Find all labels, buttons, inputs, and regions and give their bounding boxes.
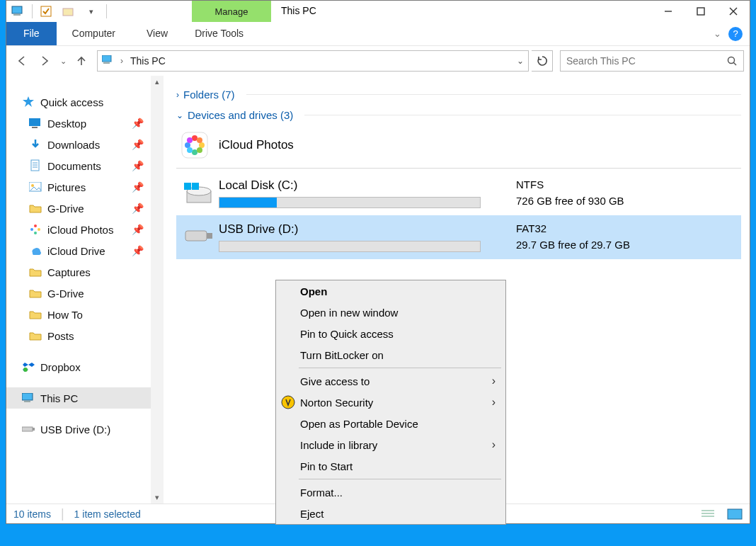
svg-rect-44 [192,183,199,190]
sidebar-item-pictures[interactable]: Pictures📌 [6,176,164,198]
svg-point-40 [187,137,193,143]
folder-icon [29,329,42,342]
sidebar-quick-access[interactable]: Quick access [6,91,164,113]
sidebar-item-label: iCloud Photos [47,224,113,236]
svg-point-25 [30,228,33,231]
icloud-drive-icon [29,244,42,257]
sidebar-item-documents[interactable]: Documents📌 [6,155,164,176]
forward-button[interactable] [35,50,55,72]
svg-point-39 [187,147,193,153]
sidebar-item-captures[interactable]: Captures [6,261,164,283]
tiles-view-icon[interactable] [727,508,743,520]
address-bar[interactable]: › This PC ⌄ [97,50,529,72]
group-folders[interactable]: › Folders (7) [176,84,741,105]
sidebar-item-icloud-drive[interactable]: iCloud Drive📌 [6,240,164,261]
ctx-open-new-window[interactable]: Open in new window [276,302,505,323]
ctx-eject[interactable]: Eject [276,503,505,524]
search-box[interactable] [560,50,744,72]
ctx-pin-quick-access[interactable]: Pin to Quick access [276,323,505,344]
ctx-pin-start[interactable]: Pin to Start [276,455,505,477]
sidebar-item-icloud-photos[interactable]: iCloud Photos📌 [6,219,164,240]
window-title: This PC [271,1,326,22]
svg-point-38 [197,147,202,153]
details-view-icon[interactable] [700,508,716,520]
ribbon-expand-icon[interactable]: ⌄ [714,28,721,39]
sidebar-item-gdrive-2[interactable]: G-Drive [6,283,164,304]
drive-name: Local Disk (C:) [219,178,516,193]
pin-icon: 📌 [132,245,144,256]
ctx-open[interactable]: Open [276,280,505,302]
ribbon-context-tab[interactable]: Manage [192,1,271,22]
svg-point-33 [192,135,197,141]
tab-view[interactable]: View [131,22,183,45]
pin-icon: 📌 [132,118,144,129]
sidebar-item-label: G-Drive [47,203,84,215]
svg-point-24 [34,232,37,234]
drive-filesystem: NTFS [516,178,624,190]
sidebar-item-label: USB Drive (D:) [40,423,110,436]
pc-icon[interactable] [9,2,28,21]
sidebar-this-pc[interactable]: This PC [6,387,164,409]
qat-dropdown-icon[interactable]: ▾ [82,2,101,21]
scroll-down-icon[interactable]: ▾ [154,491,161,504]
search-icon[interactable] [727,56,738,67]
chevron-right-icon: › [492,396,496,409]
recent-dropdown-icon[interactable]: ⌄ [57,50,69,72]
new-folder-icon[interactable] [59,2,78,21]
svg-rect-43 [184,183,191,190]
ctx-bitlocker[interactable]: Turn BitLocker on [276,344,505,365]
back-button[interactable] [12,50,32,72]
search-input[interactable] [566,55,727,67]
status-selected-count: 1 item selected [74,508,141,520]
help-icon[interactable]: ? [728,27,743,41]
up-button[interactable] [71,50,91,72]
item-icloud-photos[interactable]: iCloud Photos [176,125,741,165]
tab-file[interactable]: File [6,22,57,45]
quick-access-toolbar: ▾ [6,1,107,22]
address-dropdown-icon[interactable]: ⌄ [517,56,524,66]
close-button[interactable] [717,1,750,22]
sidebar-dropbox[interactable]: Dropbox [6,356,164,377]
maximize-button[interactable] [685,1,717,22]
sidebar-item-posts[interactable]: Posts [6,325,164,346]
ctx-label: Give access to [300,375,370,387]
properties-icon[interactable] [37,2,55,21]
sidebar-item-howto[interactable]: How To [6,304,164,325]
ctx-include-library[interactable]: Include in library› [276,434,505,455]
svg-rect-13 [29,118,40,126]
chevron-right-icon[interactable]: › [120,56,123,66]
svg-point-37 [197,137,202,143]
ctx-format[interactable]: Format... [276,482,505,503]
sidebar-item-downloads[interactable]: Downloads📌 [6,134,164,155]
sidebar-item-label: Documents [47,160,101,172]
tab-drive-tools[interactable]: Drive Tools [183,22,255,45]
refresh-button[interactable] [532,50,553,72]
ctx-label: Norton Security [300,397,373,409]
ctx-portable[interactable]: Open as Portable Device [276,413,505,434]
drive-name: USB Drive (D:) [219,222,516,237]
minimize-button[interactable] [652,1,685,22]
sidebar-item-gdrive[interactable]: G-Drive📌 [6,198,164,219]
pc-icon [102,55,113,67]
address-segment[interactable]: This PC [130,55,166,67]
drive-local-c[interactable]: Local Disk (C:) NTFS 726 GB free of 930 … [176,171,741,215]
sidebar-scrollbar[interactable]: ▴ ▾ [151,76,164,504]
explorer-window: ▾ Manage This PC File Computer View Driv… [6,0,750,524]
tab-computer[interactable]: Computer [57,22,131,45]
ctx-give-access[interactable]: Give access to› [276,370,505,392]
sidebar-item-desktop[interactable]: Desktop📌 [6,113,164,134]
star-icon [22,96,35,108]
sidebar-usb-drive[interactable]: USB Drive (D:) [6,419,164,440]
pc-icon [22,392,35,404]
folder-icon [29,287,42,300]
context-menu: Open Open in new window Pin to Quick acc… [275,280,506,525]
svg-point-22 [34,224,37,227]
folder-icon [29,202,42,215]
group-devices[interactable]: ⌄ Devices and drives (3) [176,105,741,125]
icloud-photos-icon [29,223,42,236]
scroll-up-icon[interactable]: ▴ [154,76,161,88]
svg-point-26 [23,368,28,372]
ctx-norton[interactable]: Norton Security› [276,392,505,413]
drive-usb-d[interactable]: USB Drive (D:) FAT32 29.7 GB free of 29.… [176,215,741,259]
chevron-right-icon: › [176,90,179,100]
